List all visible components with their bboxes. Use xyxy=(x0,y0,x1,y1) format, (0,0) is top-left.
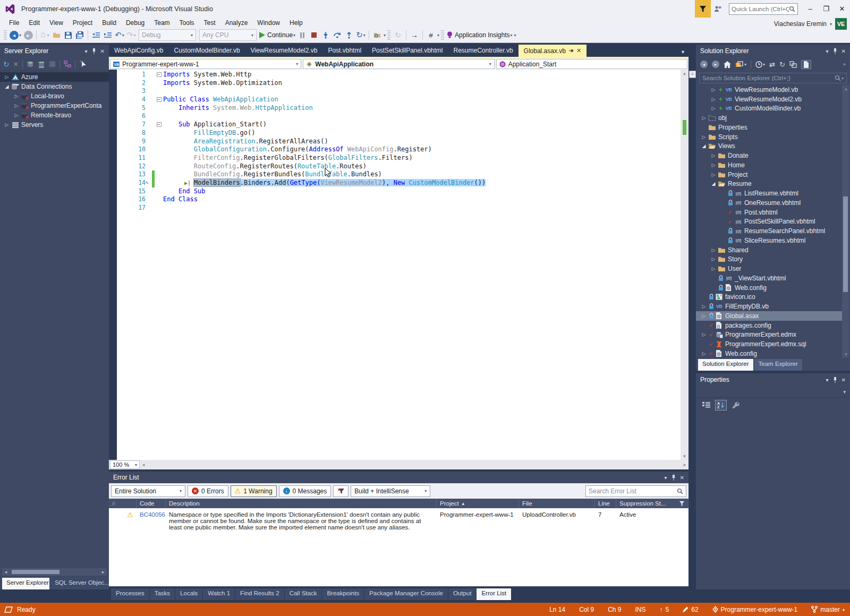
solution-item-viewresumemodel2-vb[interactable]: ▷+VBViewResumeModel2.vb xyxy=(696,95,843,104)
error-code-link[interactable]: BC40056 xyxy=(137,510,166,532)
warnings-filter-button[interactable]: ⚠ 1 Warning xyxy=(231,485,277,497)
doc-tab-CustomModelBinder-vb[interactable]: CustomModelBinder.vb xyxy=(169,45,245,57)
tab-list-icon[interactable]: ▼ xyxy=(677,47,688,57)
stop-refresh-icon[interactable]: ✕ xyxy=(13,61,19,68)
stop-button[interactable] xyxy=(308,29,320,41)
collapse-icon[interactable]: ◢ xyxy=(700,143,708,149)
solution-item-resumesearchpanel-vbhtml[interactable]: [@]ResumeSearchPanel.vbhtml xyxy=(696,226,843,236)
code-column-header[interactable]: Code xyxy=(137,499,166,508)
breakpoint-margin[interactable] xyxy=(109,70,117,460)
error-scope-combo[interactable]: Entire Solution▾ xyxy=(111,485,185,497)
severity-column-header[interactable]: ⁝! xyxy=(109,499,137,508)
type-dropdown[interactable]: WebApiApplication▾ xyxy=(303,59,494,69)
redo-button[interactable]: ↷▾ xyxy=(125,29,137,41)
connect-server-icon[interactable]: + xyxy=(38,61,45,68)
panel-tab-sql-server-objec-[interactable]: SQL Server Objec... xyxy=(50,578,109,589)
scroll-right-icon[interactable]: ▸ xyxy=(681,462,688,467)
expand-icon[interactable]: ▷ xyxy=(13,103,20,108)
error-list-header[interactable]: Error List ▾ ✕ xyxy=(109,472,688,483)
solution-configurations-combo[interactable]: Debug▾ xyxy=(139,29,196,41)
sync-with-active-document-icon[interactable]: ⇄ xyxy=(769,61,775,69)
close-button[interactable]: ✕ xyxy=(834,2,850,16)
pointer-icon[interactable] xyxy=(79,61,86,68)
error-search-box[interactable]: Search Error List xyxy=(585,485,686,497)
close-icon[interactable]: ✕ xyxy=(100,48,105,54)
server-tree-item-programmerexpertconta[interactable]: ▷✕ProgrammerExpertConta xyxy=(0,101,109,110)
panel-tab-solution-explorer[interactable]: Solution Explorer xyxy=(698,359,753,371)
connect-sharepoint-icon[interactable] xyxy=(49,61,56,67)
panel-tab-team-explorer[interactable]: Team Explorer xyxy=(754,359,802,371)
code-line-5[interactable]: 5 Inherits System.Web.HttpApplication xyxy=(117,104,486,113)
glyph-margin[interactable] xyxy=(117,187,126,196)
bottom-tab-breakpoints[interactable]: Breakpoints xyxy=(322,588,364,600)
scrollbar-splitter-grip[interactable]: ≡ xyxy=(689,71,696,78)
expand-icon[interactable]: ▷ xyxy=(710,256,717,262)
panel-tab-server-explorer[interactable]: Server Explorer xyxy=(2,578,49,589)
close-icon[interactable]: ✕ xyxy=(842,48,846,54)
bottom-tab-error-list[interactable]: Error List xyxy=(477,588,512,600)
status-col-9[interactable]: Col 9 xyxy=(579,606,594,613)
breakpoint-window-button[interactable] xyxy=(371,29,383,41)
solution-item-project[interactable]: ▷Project xyxy=(696,170,843,179)
server-tree-item-remote-bravo[interactable]: ▷✕Remote-bravo xyxy=(0,110,109,120)
fold-collapse-icon[interactable]: − xyxy=(155,71,163,79)
glyph-margin[interactable] xyxy=(117,129,126,138)
doc-tab-Global-asax-vb[interactable]: Global.asax.vb✕ xyxy=(518,45,587,57)
menu-build[interactable]: Build xyxy=(97,18,121,28)
code-line-17[interactable]: 17 xyxy=(117,204,486,212)
restart-button[interactable]: ↻▾ xyxy=(355,29,367,41)
solution-item-custommodelbinder-vb[interactable]: ▷+VBCustomModelBinder.vb xyxy=(696,104,843,114)
code-line-6[interactable]: 6 xyxy=(117,112,486,121)
solution-item-packages-config[interactable]: ✓{}packages.config xyxy=(696,321,843,330)
bottom-tab-watch-1[interactable]: Watch 1 xyxy=(203,588,235,600)
server-tree-item-servers[interactable]: ▷Servers xyxy=(0,120,109,130)
menu-file[interactable]: File xyxy=(4,18,24,28)
code-line-12[interactable]: 12 RouteConfig.RegisterRoutes(RouteTable… xyxy=(117,162,486,171)
show-all-files-icon[interactable] xyxy=(801,60,811,69)
connect-database-icon[interactable]: + xyxy=(27,61,34,68)
alphabetical-sort-icon[interactable]: AZ xyxy=(715,400,727,410)
back-icon[interactable]: ◂ xyxy=(700,61,708,68)
code-editor[interactable]: 1−Imports System.Web.Http2Imports System… xyxy=(109,70,681,460)
code-lines[interactable]: 1−Imports System.Web.Http2Imports System… xyxy=(117,71,486,212)
solution-explorer-scrollbar[interactable]: ▴ ▾ xyxy=(842,85,849,358)
solution-item-views[interactable]: ◢Views xyxy=(696,142,843,151)
solution-item-web-config[interactable]: Web.config xyxy=(696,283,843,293)
bottom-tab-find-results-2[interactable]: Find Results 2 xyxy=(235,588,285,600)
step-into-button[interactable] xyxy=(320,29,332,41)
solution-search-box[interactable]: Search Solution Explorer (Ctrl+;) ▾ xyxy=(699,73,847,83)
errors-filter-button[interactable]: ✕ 0 Errors xyxy=(188,485,228,497)
application-insights-button[interactable]: Application Insights▾ xyxy=(446,29,513,41)
indent-button[interactable] xyxy=(102,29,114,41)
messages-filter-button[interactable]: i 0 Messages xyxy=(279,485,332,497)
expand-icon[interactable]: ▷ xyxy=(3,122,11,127)
scroll-left-icon[interactable]: ◂ xyxy=(140,462,147,467)
bottom-tab-processes[interactable]: Processes xyxy=(111,588,150,600)
line-column-header[interactable]: Line xyxy=(595,499,616,508)
expand-icon[interactable]: ▷ xyxy=(710,247,717,253)
solution-item-scripts[interactable]: ▷Scripts xyxy=(696,132,843,142)
expand-icon[interactable]: ▷ xyxy=(700,304,708,309)
server-tree-item-azure[interactable]: ▷Azure xyxy=(0,72,109,82)
member-dropdown[interactable]: Application_Start xyxy=(496,59,687,69)
home-icon[interactable] xyxy=(724,61,731,68)
close-icon[interactable]: ✕ xyxy=(680,475,684,481)
solution-item-shared[interactable]: ▷Shared xyxy=(696,245,843,255)
new-item-button[interactable]: 🗋▾ xyxy=(39,29,50,41)
status-programmer-expert-www-1[interactable]: Programmer-expert-www-1 xyxy=(712,606,798,613)
minimize-button[interactable]: – xyxy=(802,2,818,16)
toolbar-grip[interactable] xyxy=(4,30,7,40)
menu-debug[interactable]: Debug xyxy=(121,18,149,28)
solution-item-resume[interactable]: ◢Resume xyxy=(696,179,843,189)
status-ln-14[interactable]: Ln 14 xyxy=(549,606,565,613)
menu-window[interactable]: Window xyxy=(252,18,285,28)
collapse-icon[interactable]: ◢ xyxy=(710,181,717,186)
description-column-header[interactable]: Description xyxy=(166,499,437,508)
menu-analyze[interactable]: Analyze xyxy=(220,18,253,28)
avatar[interactable]: VE xyxy=(835,18,847,30)
filter-icon[interactable] xyxy=(679,501,685,507)
doc-tab-PostSetSkillPanel-vbhtml[interactable]: PostSetSkillPanel.vbhtml xyxy=(367,45,448,57)
code-line-8[interactable]: 8 FillEmptyDB.go() xyxy=(117,129,486,138)
scroll-up-icon[interactable]: ▴ xyxy=(842,85,850,92)
code-line-10[interactable]: 10 GlobalConfiguration.Configure(Address… xyxy=(117,146,486,154)
